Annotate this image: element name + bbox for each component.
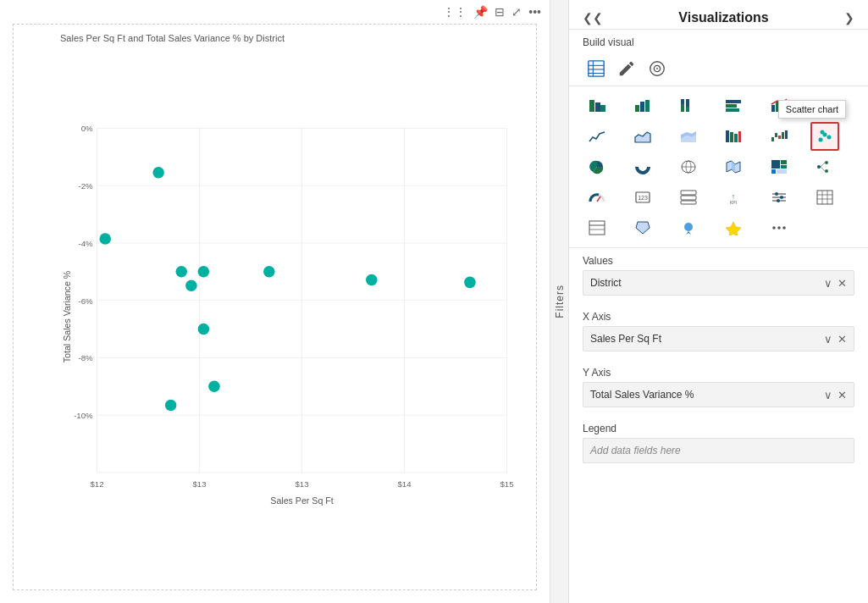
viz-icon-multi-row-card[interactable] xyxy=(674,183,703,212)
values-field-well[interactable]: District ∨ ✕ xyxy=(583,270,854,296)
svg-rect-88 xyxy=(681,201,696,204)
more-options-icon[interactable]: ⋮⋮ xyxy=(443,5,467,19)
x-axis-chevron-icon[interactable]: ∨ xyxy=(824,333,832,346)
y-axis-field-actions: ∨ ✕ xyxy=(824,389,847,401)
viz-icon-ribbon[interactable] xyxy=(719,122,748,151)
svg-rect-73 xyxy=(771,160,780,169)
viz-expand-button[interactable]: ❯ xyxy=(844,11,854,25)
pin-icon[interactable]: 📌 xyxy=(473,5,488,19)
viz-type-table-icon[interactable] xyxy=(583,55,610,82)
scatter-dot xyxy=(198,324,210,335)
viz-icon-clustered-bar[interactable] xyxy=(628,91,657,120)
svg-point-96 xyxy=(777,199,780,202)
x-axis-remove-icon[interactable]: ✕ xyxy=(838,333,847,346)
svg-rect-36 xyxy=(645,100,650,112)
svg-text:$14: $14 xyxy=(397,479,412,489)
viz-icon-ai-visual[interactable] xyxy=(719,213,748,242)
y-axis-section: Y Axis Total Sales Variance % ∨ ✕ xyxy=(569,360,868,416)
viz-collapse-button[interactable]: ❮❮ xyxy=(583,11,603,25)
svg-point-107 xyxy=(778,226,782,230)
viz-icon-scatter-selected[interactable]: Scatter chart xyxy=(810,122,839,151)
svg-rect-35 xyxy=(640,102,644,112)
viz-icon-gauge[interactable] xyxy=(583,183,611,212)
svg-rect-50 xyxy=(823,110,827,113)
x-axis-field-text: Sales Per Sq Ft xyxy=(590,333,661,345)
viz-icon-treemap[interactable] xyxy=(765,152,793,181)
viz-icon-line-bar[interactable] xyxy=(765,91,793,120)
viz-icon-slicer[interactable] xyxy=(765,183,793,212)
filters-panel[interactable]: Filters xyxy=(550,0,569,603)
viz-icon-card[interactable]: 123 xyxy=(628,183,657,212)
viz-icon-stacked-area[interactable] xyxy=(674,122,703,151)
svg-point-79 xyxy=(825,161,828,164)
scatter-dot xyxy=(99,233,111,245)
viz-type-row xyxy=(569,52,868,86)
y-axis-label: Total Sales Variance % xyxy=(62,270,72,362)
svg-rect-62 xyxy=(785,130,788,139)
viz-icon-stacked-bar[interactable] xyxy=(583,91,611,120)
y-axis-field-well[interactable]: Total Sales Variance % ∨ ✕ xyxy=(583,382,854,407)
viz-icon-shape-map[interactable] xyxy=(628,213,657,242)
svg-rect-41 xyxy=(726,100,741,103)
legend-section: Legend Add data fields here xyxy=(569,416,868,472)
context-menu-icon[interactable]: ••• xyxy=(528,5,541,19)
values-remove-icon[interactable]: ✕ xyxy=(838,277,847,290)
svg-point-63 xyxy=(819,138,823,142)
viz-icon-funnel[interactable] xyxy=(810,91,839,120)
viz-icon-matrix[interactable] xyxy=(810,183,839,212)
svg-text:$13: $13 xyxy=(192,479,206,489)
svg-rect-59 xyxy=(775,133,777,137)
svg-point-30 xyxy=(656,68,658,69)
values-field-actions: ∨ ✕ xyxy=(824,277,847,290)
viz-type-analytics-icon[interactable] xyxy=(644,55,671,82)
viz-icon-filled-map[interactable] xyxy=(719,152,748,181)
build-visual-label: Build visual xyxy=(569,30,868,52)
viz-icon-azure-map[interactable] xyxy=(674,213,703,242)
svg-rect-97 xyxy=(817,191,832,204)
svg-rect-48 xyxy=(819,103,831,106)
svg-text:-10%: -10% xyxy=(74,411,93,420)
viz-type-format-icon[interactable] xyxy=(613,55,640,82)
filter-icon[interactable]: ⊟ xyxy=(495,5,505,19)
viz-icon-decomp-tree[interactable] xyxy=(810,152,839,181)
svg-rect-40 xyxy=(686,99,689,107)
svg-rect-87 xyxy=(681,196,696,200)
viz-icon-more[interactable] xyxy=(765,213,793,242)
viz-header: ❮❮ Visualizations ❯ xyxy=(569,0,868,30)
legend-placeholder: Add data fields here xyxy=(590,445,681,456)
viz-icon-kpi[interactable]: ↑KPI xyxy=(719,183,748,212)
filters-label: Filters xyxy=(554,285,566,318)
x-axis-field-well[interactable]: Sales Per Sq Ft ∨ ✕ xyxy=(583,326,854,351)
svg-rect-42 xyxy=(726,104,737,108)
scatter-chart-svg: Total Sales Variance % 0% -2% -4% xyxy=(60,47,519,562)
viz-icon-area-chart[interactable] xyxy=(628,122,657,151)
svg-point-95 xyxy=(780,196,783,199)
visualizations-panel: ❮❮ Visualizations ❯ Build visual xyxy=(569,0,868,603)
expand-icon[interactable]: ⤢ xyxy=(511,5,522,19)
viz-icon-table-viz[interactable] xyxy=(583,213,611,242)
svg-text:-2%: -2% xyxy=(79,181,94,191)
svg-point-108 xyxy=(783,226,787,230)
svg-point-66 xyxy=(821,130,825,135)
values-field-text: District xyxy=(590,277,622,289)
viz-icon-line-chart[interactable] xyxy=(583,122,611,151)
svg-rect-75 xyxy=(781,165,787,169)
viz-icon-stacked-bar-100[interactable] xyxy=(674,91,703,120)
viz-icon-map[interactable] xyxy=(674,152,703,181)
values-chevron-icon[interactable]: ∨ xyxy=(824,277,832,290)
legend-label: Legend xyxy=(583,423,854,434)
viz-icon-bar-chart[interactable] xyxy=(719,91,748,120)
svg-rect-61 xyxy=(782,132,784,139)
viz-icon-donut[interactable] xyxy=(628,152,657,181)
svg-rect-77 xyxy=(777,169,787,174)
svg-text:$15: $15 xyxy=(500,479,513,489)
viz-icon-pie[interactable] xyxy=(583,152,611,181)
y-axis-remove-icon[interactable]: ✕ xyxy=(838,389,847,401)
svg-rect-33 xyxy=(600,105,605,112)
svg-rect-58 xyxy=(771,137,774,141)
legend-field-well[interactable]: Add data fields here xyxy=(583,438,854,463)
svg-point-105 xyxy=(684,223,693,231)
y-axis-chevron-icon[interactable]: ∨ xyxy=(824,389,832,401)
scatter-dot xyxy=(464,277,476,289)
viz-icon-waterfall[interactable] xyxy=(765,122,793,151)
